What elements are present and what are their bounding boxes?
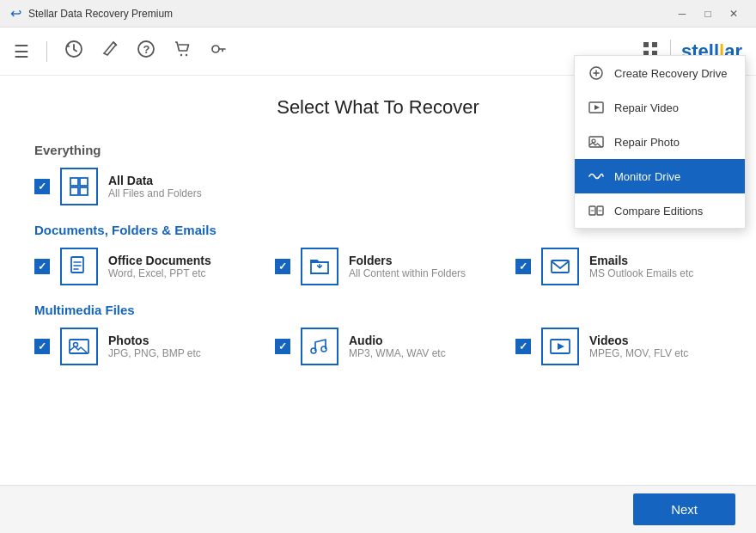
svg-rect-7 bbox=[652, 42, 657, 47]
app-title: Stellar Data Recovery Premium bbox=[28, 8, 173, 20]
maximize-button[interactable]: □ bbox=[696, 5, 720, 22]
videos-icon-box bbox=[541, 328, 579, 365]
emails-desc: MS Outlook Emails etc bbox=[589, 267, 693, 279]
photos-text: Photos JPG, PNG, BMP etc bbox=[108, 334, 201, 359]
svg-rect-13 bbox=[80, 187, 88, 195]
svg-rect-15 bbox=[552, 260, 569, 273]
check-icon: ✓ bbox=[519, 340, 527, 352]
checkbox-folders[interactable]: ✓ bbox=[275, 259, 290, 274]
monitor-drive-icon bbox=[587, 167, 606, 186]
svg-point-3 bbox=[180, 54, 182, 56]
documents-items-row: ✓ Office Documents Word, Excel, PPT etc … bbox=[34, 248, 722, 285]
svg-marker-21 bbox=[558, 343, 564, 350]
checkbox-audio[interactable]: ✓ bbox=[275, 339, 290, 354]
menu-item-create-recovery-drive[interactable]: Create Recovery Drive bbox=[575, 56, 745, 90]
svg-rect-6 bbox=[643, 42, 649, 47]
folders-name: Folders bbox=[349, 254, 466, 267]
svg-marker-24 bbox=[594, 105, 600, 110]
svg-text:?: ? bbox=[143, 43, 150, 56]
key-icon[interactable] bbox=[209, 40, 228, 63]
item-videos: ✓ Videos MPEG, MOV, FLV etc bbox=[515, 328, 722, 365]
office-docs-name: Office Documents bbox=[108, 254, 211, 267]
check-icon: ✓ bbox=[278, 340, 287, 352]
item-emails: ✓ Emails MS Outlook Emails etc bbox=[515, 248, 722, 285]
check-icon: ✓ bbox=[38, 181, 46, 193]
check-icon: ✓ bbox=[519, 260, 527, 273]
menu-item-monitor-drive[interactable]: Monitor Drive bbox=[575, 159, 745, 193]
photos-icon-box bbox=[60, 328, 98, 365]
folders-icon-box bbox=[301, 248, 338, 285]
minimize-button[interactable]: ─ bbox=[670, 5, 694, 22]
multimedia-items-row: ✓ Photos JPG, PNG, BMP etc ✓ bbox=[34, 328, 722, 365]
menu-item-label: Repair Video bbox=[614, 101, 679, 114]
check-icon: ✓ bbox=[38, 340, 46, 352]
office-docs-desc: Word, Excel, PPT etc bbox=[108, 267, 211, 279]
item-photos: ✓ Photos JPG, PNG, BMP etc bbox=[34, 328, 241, 365]
checkbox-emails[interactable]: ✓ bbox=[515, 259, 531, 274]
help-icon[interactable]: ? bbox=[137, 40, 155, 63]
checkbox-photos[interactable]: ✓ bbox=[34, 339, 50, 354]
edit-icon[interactable] bbox=[101, 40, 119, 63]
menu-item-label: Repair Photo bbox=[614, 136, 680, 149]
menu-item-repair-photo[interactable]: Repair Photo bbox=[575, 125, 745, 159]
folders-desc: All Content within Folders bbox=[349, 267, 466, 279]
menu-icon[interactable]: ☰ bbox=[14, 41, 29, 62]
bottom-bar: Next bbox=[0, 485, 756, 533]
photos-desc: JPG, PNG, BMP etc bbox=[108, 347, 201, 359]
checkbox-all-data[interactable]: ✓ bbox=[34, 179, 50, 194]
history-icon[interactable] bbox=[64, 40, 83, 63]
menu-item-label: Monitor Drive bbox=[614, 170, 680, 183]
all-data-desc: All Files and Folders bbox=[108, 187, 202, 199]
photos-name: Photos bbox=[108, 334, 201, 347]
titlebar-left: ↩ Stellar Data Recovery Premium bbox=[10, 5, 173, 21]
all-data-text: All Data All Files and Folders bbox=[108, 174, 202, 199]
menu-item-compare-editions[interactable]: Compare Editions bbox=[575, 193, 745, 228]
all-data-name: All Data bbox=[108, 174, 202, 187]
office-docs-icon-box bbox=[60, 248, 98, 285]
check-icon: ✓ bbox=[278, 260, 287, 273]
toolbar-left: ☰ ? bbox=[14, 40, 228, 63]
repair-photo-icon bbox=[587, 132, 606, 151]
repair-video-icon bbox=[587, 98, 606, 117]
svg-point-4 bbox=[186, 54, 187, 56]
audio-name: Audio bbox=[349, 334, 446, 347]
titlebar: ↩ Stellar Data Recovery Premium ─ □ ✕ bbox=[0, 0, 756, 28]
emails-name: Emails bbox=[589, 254, 693, 267]
close-button[interactable]: ✕ bbox=[722, 5, 746, 22]
svg-point-5 bbox=[212, 46, 219, 52]
audio-text: Audio MP3, WMA, WAV etc bbox=[349, 334, 446, 359]
app-icon: ↩ bbox=[10, 5, 21, 21]
menu-item-label: Create Recovery Drive bbox=[614, 67, 728, 80]
section-multimedia: Multimedia Files ✓ Photos JPG, PNG, BMP … bbox=[34, 303, 722, 365]
emails-icon-box bbox=[541, 248, 579, 285]
videos-desc: MPEG, MOV, FLV etc bbox=[589, 347, 688, 359]
item-office-docs: ✓ Office Documents Word, Excel, PPT etc bbox=[34, 248, 241, 285]
menu-item-repair-video[interactable]: Repair Video bbox=[575, 90, 745, 125]
emails-text: Emails MS Outlook Emails etc bbox=[589, 254, 693, 279]
svg-rect-10 bbox=[70, 178, 78, 186]
folders-text: Folders All Content within Folders bbox=[349, 254, 466, 279]
all-data-icon-box bbox=[60, 168, 98, 205]
checkbox-videos[interactable]: ✓ bbox=[515, 339, 531, 354]
svg-rect-14 bbox=[71, 257, 83, 273]
check-icon: ✓ bbox=[38, 260, 46, 273]
cart-icon[interactable] bbox=[173, 40, 192, 63]
menu-item-label: Compare Editions bbox=[614, 205, 703, 217]
item-audio: ✓ Audio MP3, WMA, WAV etc bbox=[275, 328, 481, 365]
item-folders: ✓ Folders All Content within Folders bbox=[275, 248, 481, 285]
svg-rect-12 bbox=[70, 187, 78, 195]
audio-desc: MP3, WMA, WAV etc bbox=[349, 347, 446, 359]
create-recovery-drive-icon bbox=[587, 64, 606, 83]
videos-name: Videos bbox=[589, 334, 688, 347]
svg-rect-11 bbox=[80, 178, 88, 186]
svg-point-26 bbox=[592, 139, 595, 143]
dropdown-menu: Create Recovery Drive Repair Video Repai… bbox=[574, 55, 746, 229]
compare-editions-icon bbox=[587, 201, 606, 220]
next-button[interactable]: Next bbox=[633, 493, 735, 525]
videos-text: Videos MPEG, MOV, FLV etc bbox=[589, 334, 688, 359]
office-docs-text: Office Documents Word, Excel, PPT etc bbox=[108, 254, 211, 279]
svg-rect-25 bbox=[589, 137, 603, 147]
section-title-multimedia: Multimedia Files bbox=[34, 303, 722, 317]
checkbox-office-docs[interactable]: ✓ bbox=[34, 259, 50, 274]
titlebar-controls: ─ □ ✕ bbox=[670, 5, 746, 22]
